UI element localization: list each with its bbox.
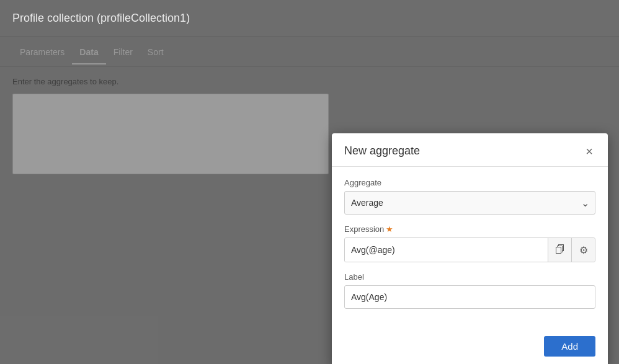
modal-title: New aggregate xyxy=(344,144,420,158)
expression-browse-button[interactable]: 🗍 xyxy=(548,238,571,262)
label-field-label: Label xyxy=(344,272,595,282)
label-input[interactable] xyxy=(344,285,595,309)
expression-label: Expression★ xyxy=(344,224,595,234)
label-field-group: Label xyxy=(344,272,595,309)
expression-row: 🗍 ⚙ xyxy=(344,237,595,262)
aggregate-select[interactable]: Average Sum Count Min Max xyxy=(344,191,595,215)
main-area: Parameters Data Filter Sort Enter the ag… xyxy=(0,37,619,364)
aggregate-field-group: Aggregate Average Sum Count Min Max ⌄ xyxy=(344,178,595,215)
app-header: Profile collection (profileCollection1) xyxy=(0,0,619,37)
modal-header: New aggregate × xyxy=(332,133,608,167)
gear-icon: ⚙ xyxy=(579,244,588,256)
page-title: Profile collection (profileCollection1) xyxy=(12,12,190,25)
add-button[interactable]: Add xyxy=(544,336,595,357)
aggregate-label: Aggregate xyxy=(344,178,595,187)
new-aggregate-modal: New aggregate × Aggregate Average Sum Co… xyxy=(332,133,608,364)
modal-footer: Add xyxy=(332,331,608,364)
modal-body: Aggregate Average Sum Count Min Max ⌄ Ex… xyxy=(332,167,608,331)
expression-field-group: Expression★ 🗍 ⚙ xyxy=(344,224,595,262)
required-indicator: ★ xyxy=(386,224,393,234)
expression-input[interactable] xyxy=(345,238,548,262)
aggregate-select-wrapper: Average Sum Count Min Max ⌄ xyxy=(344,191,595,215)
expression-settings-button[interactable]: ⚙ xyxy=(571,238,595,262)
browse-icon: 🗍 xyxy=(555,244,565,255)
modal-close-button[interactable]: × xyxy=(583,145,595,158)
